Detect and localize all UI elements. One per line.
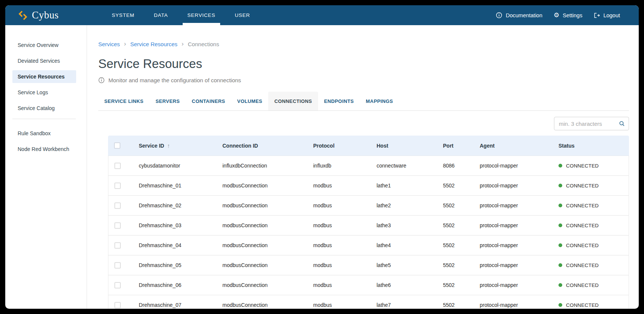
cell-status: CONNECTED xyxy=(552,236,629,255)
sidebar-item-service-logs[interactable]: Service Logs xyxy=(12,86,76,99)
row-checkbox[interactable] xyxy=(114,202,121,209)
status-connected-dot-icon xyxy=(558,204,562,207)
breadcrumb-item-service-resources[interactable]: › Service Resources xyxy=(120,40,178,48)
table-row[interactable]: Drehmaschine_06 modbusConnection modbus … xyxy=(108,275,629,295)
breadcrumb-label: Connections xyxy=(188,41,219,47)
sidebar-item-deviated-services[interactable]: Deviated Services xyxy=(12,54,76,67)
column-header-host[interactable]: Host xyxy=(371,136,437,156)
tab-containers[interactable]: CONTAINERS xyxy=(186,92,231,110)
tab-service-links[interactable]: SERVICE LINKS xyxy=(98,92,150,110)
cell-connection-id: modbusConnection xyxy=(216,295,307,309)
breadcrumb-item-services[interactable]: › Services xyxy=(98,41,120,47)
cell-port: 5502 xyxy=(437,216,474,236)
sidebar-item-service-catalog[interactable]: Service Catalog xyxy=(12,102,76,115)
table-row[interactable]: Drehmaschine_03 modbusConnection modbus … xyxy=(108,216,629,236)
table-row[interactable]: Drehmaschine_04 modbusConnection modbus … xyxy=(108,236,629,255)
status-label: CONNECTED xyxy=(566,163,599,169)
tab-label: VOLUMES xyxy=(237,98,262,104)
column-header-connection-id[interactable]: Connection ID xyxy=(216,136,307,156)
row-checkbox[interactable] xyxy=(114,302,121,308)
info-icon xyxy=(98,77,105,83)
cell-agent: protocol-mapper xyxy=(474,255,552,275)
cell-protocol: modbus xyxy=(307,196,371,216)
table-row[interactable]: cybusdatamonitor influxdbConnection infl… xyxy=(108,156,629,176)
cell-agent: protocol-mapper xyxy=(474,216,552,236)
table-row[interactable]: Drehmaschine_01 modbusConnection modbus … xyxy=(108,176,629,196)
sidebar-item-node-red-workbench[interactable]: Node Red Workbench xyxy=(12,143,76,155)
cell-port: 5502 xyxy=(437,196,474,216)
table-row[interactable]: Drehmaschine_05 modbusConnection modbus … xyxy=(108,255,629,275)
tab-servers[interactable]: SERVERS xyxy=(150,92,186,110)
tab-mappings[interactable]: MAPPINGS xyxy=(360,92,399,110)
nav-item-data[interactable]: DATA xyxy=(144,5,177,25)
cell-protocol: modbus xyxy=(307,295,371,309)
documentation-link[interactable]: Documentation xyxy=(496,12,542,18)
cell-host: lathe2 xyxy=(371,196,437,216)
cell-service-id: Drehmaschine_02 xyxy=(133,196,216,216)
tab-label: CONTAINERS xyxy=(192,98,225,104)
row-checkbox[interactable] xyxy=(114,242,121,249)
documentation-label: Documentation xyxy=(506,12,542,18)
cell-connection-id: modbusConnection xyxy=(216,275,307,295)
sidebar-item-label: Service Overview xyxy=(18,42,59,48)
status-label: CONNECTED xyxy=(566,263,599,268)
select-all-checkbox[interactable] xyxy=(114,142,120,149)
cell-agent: protocol-mapper xyxy=(474,236,552,255)
column-header-agent[interactable]: Agent xyxy=(474,136,552,156)
column-header-protocol[interactable]: Protocol xyxy=(307,136,371,156)
nav-item-services[interactable]: SERVICES xyxy=(178,5,225,25)
table-row[interactable]: Drehmaschine_02 modbusConnection modbus … xyxy=(108,196,629,216)
settings-link[interactable]: ⚙ Settings xyxy=(554,12,582,18)
cell-status: CONNECTED xyxy=(552,156,629,176)
nav-item-system[interactable]: SYSTEM xyxy=(102,5,144,25)
row-checkbox[interactable] xyxy=(114,222,121,229)
column-header-service-id[interactable]: Service ID↑ xyxy=(133,136,216,156)
page-title: Service Resources xyxy=(98,57,629,71)
cell-service-id: Drehmaschine_06 xyxy=(133,275,216,295)
sidebar-item-service-resources[interactable]: Service Resources xyxy=(12,70,76,83)
table-row[interactable]: Drehmaschine_07 modbusConnection modbus … xyxy=(108,295,629,309)
tab-endpoints[interactable]: ENDPOINTS xyxy=(318,92,360,110)
status-connected-dot-icon xyxy=(558,243,562,247)
cell-port: 5502 xyxy=(437,176,474,196)
status-label: CONNECTED xyxy=(566,282,599,288)
cell-service-id: Drehmaschine_01 xyxy=(133,176,216,196)
search-input[interactable] xyxy=(559,121,619,127)
nav-item-user[interactable]: USER xyxy=(225,5,260,25)
tab-volumes[interactable]: VOLUMES xyxy=(231,92,268,110)
cell-protocol: modbus xyxy=(307,236,371,255)
search-box xyxy=(554,117,629,130)
row-checkbox[interactable] xyxy=(114,163,121,169)
column-header-status[interactable]: Status xyxy=(552,136,629,156)
row-checkbox[interactable] xyxy=(114,262,121,269)
main-nav: SYSTEM DATA SERVICES USER xyxy=(102,5,260,25)
cell-agent: protocol-mapper xyxy=(474,176,552,196)
cell-agent: protocol-mapper xyxy=(474,295,552,309)
cell-protocol: modbus xyxy=(307,216,371,236)
brand-logo[interactable]: Cybus xyxy=(5,9,59,21)
nav-item-label: USER xyxy=(235,12,250,18)
cell-status: CONNECTED xyxy=(552,295,629,309)
tab-label: MAPPINGS xyxy=(366,98,393,104)
logout-link[interactable]: Logout xyxy=(594,12,620,18)
status-connected-dot-icon xyxy=(558,263,562,267)
sidebar-item-label: Deviated Services xyxy=(18,58,60,64)
cell-protocol: modbus xyxy=(307,275,371,295)
sidebar-item-rule-sandbox[interactable]: Rule Sandbox xyxy=(12,127,76,140)
chevron-right-icon: › xyxy=(124,40,126,48)
sidebar-group-tools: Rule Sandbox Node Red Workbench xyxy=(5,127,87,155)
search-button[interactable] xyxy=(619,121,625,127)
row-checkbox[interactable] xyxy=(114,183,121,189)
sidebar-item-service-overview[interactable]: Service Overview xyxy=(12,39,76,51)
sidebar-item-label: Rule Sandbox xyxy=(18,130,51,136)
cell-port: 5502 xyxy=(437,236,474,255)
cell-status: CONNECTED xyxy=(552,196,629,216)
table-body: cybusdatamonitor influxdbConnection infl… xyxy=(108,156,629,309)
column-header-port[interactable]: Port xyxy=(437,136,474,156)
breadcrumb-label: Service Resources xyxy=(130,41,177,47)
tab-label: SERVERS xyxy=(156,98,180,104)
row-checkbox[interactable] xyxy=(114,282,121,288)
cell-host: lathe5 xyxy=(371,255,437,275)
sidebar-item-label: Node Red Workbench xyxy=(18,146,69,152)
tab-connections[interactable]: CONNECTIONS xyxy=(268,92,318,110)
